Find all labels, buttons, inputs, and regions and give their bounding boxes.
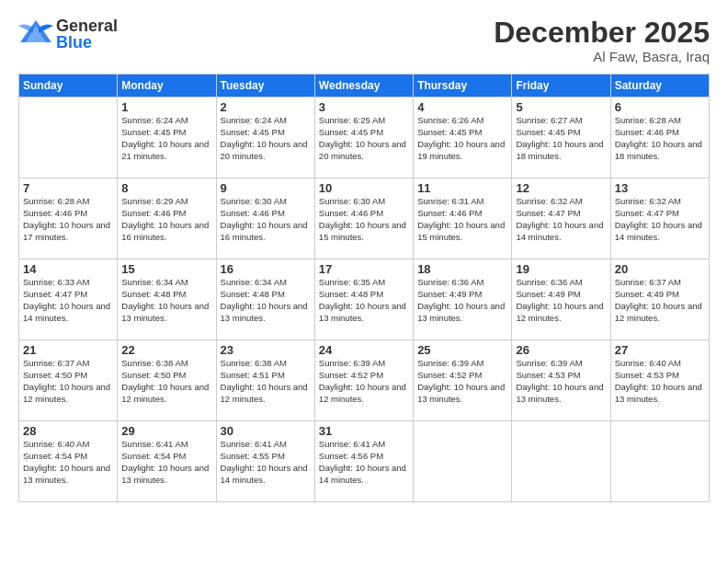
week-row-4: 21Sunrise: 6:37 AM Sunset: 4:50 PM Dayli…: [19, 340, 710, 421]
day-cell: 20Sunrise: 6:37 AM Sunset: 4:49 PM Dayli…: [610, 259, 709, 340]
day-number: 30: [221, 424, 311, 438]
day-cell: 1Sunrise: 6:24 AM Sunset: 4:45 PM Daylig…: [118, 98, 216, 178]
day-cell: [414, 421, 512, 502]
day-info: Sunrise: 6:41 AM Sunset: 4:56 PM Dayligh…: [319, 439, 409, 486]
day-info: Sunrise: 6:36 AM Sunset: 4:49 PM Dayligh…: [516, 277, 606, 324]
day-number: 9: [221, 181, 311, 195]
day-cell: 11Sunrise: 6:31 AM Sunset: 4:46 PM Dayli…: [414, 178, 512, 259]
page: General Blue December 2025 Al Faw, Basra…: [0, 0, 728, 563]
day-number: 25: [417, 343, 507, 357]
day-cell: 15Sunrise: 6:34 AM Sunset: 4:48 PM Dayli…: [118, 259, 216, 340]
day-number: 27: [615, 343, 705, 357]
header: General Blue December 2025 Al Faw, Basra…: [18, 17, 710, 64]
day-info: Sunrise: 6:28 AM Sunset: 4:46 PM Dayligh…: [23, 196, 113, 243]
logo-general-text: General: [56, 17, 118, 34]
day-cell: 18Sunrise: 6:36 AM Sunset: 4:49 PM Dayli…: [414, 259, 512, 340]
day-cell: 7Sunrise: 6:28 AM Sunset: 4:46 PM Daylig…: [19, 178, 118, 259]
day-info: Sunrise: 6:40 AM Sunset: 4:54 PM Dayligh…: [23, 439, 113, 486]
day-header-wednesday: Wednesday: [314, 75, 413, 98]
day-number: 13: [615, 181, 705, 195]
day-number: 1: [121, 100, 211, 114]
day-cell: 6Sunrise: 6:28 AM Sunset: 4:46 PM Daylig…: [610, 98, 709, 178]
day-cell: 31Sunrise: 6:41 AM Sunset: 4:56 PM Dayli…: [314, 421, 413, 502]
day-cell: 22Sunrise: 6:38 AM Sunset: 4:50 PM Dayli…: [118, 340, 216, 421]
logo-icon: [18, 17, 53, 52]
day-cell: 9Sunrise: 6:30 AM Sunset: 4:46 PM Daylig…: [216, 178, 314, 259]
day-cell: 26Sunrise: 6:39 AM Sunset: 4:53 PM Dayli…: [512, 340, 610, 421]
day-info: Sunrise: 6:31 AM Sunset: 4:46 PM Dayligh…: [417, 196, 507, 243]
day-info: Sunrise: 6:39 AM Sunset: 4:53 PM Dayligh…: [516, 358, 606, 405]
day-info: Sunrise: 6:29 AM Sunset: 4:46 PM Dayligh…: [121, 196, 211, 243]
day-info: Sunrise: 6:28 AM Sunset: 4:46 PM Dayligh…: [615, 115, 705, 162]
day-number: 31: [319, 424, 409, 438]
day-info: Sunrise: 6:30 AM Sunset: 4:46 PM Dayligh…: [319, 196, 409, 243]
day-cell: 27Sunrise: 6:40 AM Sunset: 4:53 PM Dayli…: [610, 340, 709, 421]
day-number: 21: [23, 343, 113, 357]
day-number: 22: [121, 343, 211, 357]
day-cell: 25Sunrise: 6:39 AM Sunset: 4:52 PM Dayli…: [414, 340, 512, 421]
day-cell: 10Sunrise: 6:30 AM Sunset: 4:46 PM Dayli…: [314, 178, 413, 259]
day-info: Sunrise: 6:27 AM Sunset: 4:45 PM Dayligh…: [516, 115, 606, 162]
title-block: December 2025 Al Faw, Basra, Iraq: [494, 17, 710, 64]
day-info: Sunrise: 6:30 AM Sunset: 4:46 PM Dayligh…: [221, 196, 311, 243]
day-info: Sunrise: 6:38 AM Sunset: 4:50 PM Dayligh…: [121, 358, 211, 405]
day-info: Sunrise: 6:26 AM Sunset: 4:45 PM Dayligh…: [417, 115, 507, 162]
day-number: 7: [23, 181, 113, 195]
page-title: December 2025: [494, 17, 710, 49]
day-number: 29: [121, 424, 211, 438]
day-info: Sunrise: 6:38 AM Sunset: 4:51 PM Dayligh…: [221, 358, 311, 405]
day-info: Sunrise: 6:36 AM Sunset: 4:49 PM Dayligh…: [417, 277, 507, 324]
day-info: Sunrise: 6:40 AM Sunset: 4:53 PM Dayligh…: [615, 358, 705, 405]
day-header-friday: Friday: [512, 75, 610, 98]
logo: General Blue: [18, 17, 118, 52]
day-number: 5: [516, 100, 606, 114]
day-info: Sunrise: 6:37 AM Sunset: 4:49 PM Dayligh…: [615, 277, 705, 324]
day-info: Sunrise: 6:39 AM Sunset: 4:52 PM Dayligh…: [417, 358, 507, 405]
day-cell: 16Sunrise: 6:34 AM Sunset: 4:48 PM Dayli…: [216, 259, 314, 340]
day-cell: [610, 421, 709, 502]
day-cell: 2Sunrise: 6:24 AM Sunset: 4:45 PM Daylig…: [216, 98, 314, 178]
day-info: Sunrise: 6:34 AM Sunset: 4:48 PM Dayligh…: [221, 277, 311, 324]
day-number: 8: [121, 181, 211, 195]
day-cell: 5Sunrise: 6:27 AM Sunset: 4:45 PM Daylig…: [512, 98, 610, 178]
day-number: 2: [221, 100, 311, 114]
day-cell: [512, 421, 610, 502]
day-info: Sunrise: 6:37 AM Sunset: 4:50 PM Dayligh…: [23, 358, 113, 405]
day-cell: 13Sunrise: 6:32 AM Sunset: 4:47 PM Dayli…: [610, 178, 709, 259]
day-cell: 30Sunrise: 6:41 AM Sunset: 4:55 PM Dayli…: [216, 421, 314, 502]
day-header-saturday: Saturday: [610, 75, 709, 98]
day-header-thursday: Thursday: [414, 75, 512, 98]
day-cell: 3Sunrise: 6:25 AM Sunset: 4:45 PM Daylig…: [314, 98, 413, 178]
day-number: 6: [615, 100, 705, 114]
day-number: 28: [23, 424, 113, 438]
day-info: Sunrise: 6:24 AM Sunset: 4:45 PM Dayligh…: [221, 115, 311, 162]
day-info: Sunrise: 6:32 AM Sunset: 4:47 PM Dayligh…: [615, 196, 705, 243]
week-row-3: 14Sunrise: 6:33 AM Sunset: 4:47 PM Dayli…: [19, 259, 710, 340]
day-header-tuesday: Tuesday: [216, 75, 314, 98]
week-row-1: 1Sunrise: 6:24 AM Sunset: 4:45 PM Daylig…: [19, 98, 710, 178]
day-cell: 17Sunrise: 6:35 AM Sunset: 4:48 PM Dayli…: [314, 259, 413, 340]
day-info: Sunrise: 6:34 AM Sunset: 4:48 PM Dayligh…: [121, 277, 211, 324]
day-number: 12: [516, 181, 606, 195]
day-cell: 29Sunrise: 6:41 AM Sunset: 4:54 PM Dayli…: [118, 421, 216, 502]
day-cell: 8Sunrise: 6:29 AM Sunset: 4:46 PM Daylig…: [118, 178, 216, 259]
calendar-header: SundayMondayTuesdayWednesdayThursdayFrid…: [19, 75, 710, 98]
day-number: 3: [319, 100, 409, 114]
day-info: Sunrise: 6:39 AM Sunset: 4:52 PM Dayligh…: [319, 358, 409, 405]
week-row-2: 7Sunrise: 6:28 AM Sunset: 4:46 PM Daylig…: [19, 178, 710, 259]
day-header-sunday: Sunday: [19, 75, 118, 98]
day-number: 17: [319, 262, 409, 276]
day-number: 16: [221, 262, 311, 276]
calendar-body: 1Sunrise: 6:24 AM Sunset: 4:45 PM Daylig…: [19, 98, 710, 502]
days-of-week-row: SundayMondayTuesdayWednesdayThursdayFrid…: [19, 75, 710, 98]
calendar-table: SundayMondayTuesdayWednesdayThursdayFrid…: [18, 74, 710, 502]
day-number: 11: [417, 181, 507, 195]
day-number: 10: [319, 181, 409, 195]
week-row-5: 28Sunrise: 6:40 AM Sunset: 4:54 PM Dayli…: [19, 421, 710, 502]
day-info: Sunrise: 6:41 AM Sunset: 4:55 PM Dayligh…: [221, 439, 311, 486]
day-info: Sunrise: 6:33 AM Sunset: 4:47 PM Dayligh…: [23, 277, 113, 324]
day-cell: 21Sunrise: 6:37 AM Sunset: 4:50 PM Dayli…: [19, 340, 118, 421]
day-info: Sunrise: 6:24 AM Sunset: 4:45 PM Dayligh…: [121, 115, 211, 162]
day-info: Sunrise: 6:25 AM Sunset: 4:45 PM Dayligh…: [319, 115, 409, 162]
day-info: Sunrise: 6:41 AM Sunset: 4:54 PM Dayligh…: [121, 439, 211, 486]
